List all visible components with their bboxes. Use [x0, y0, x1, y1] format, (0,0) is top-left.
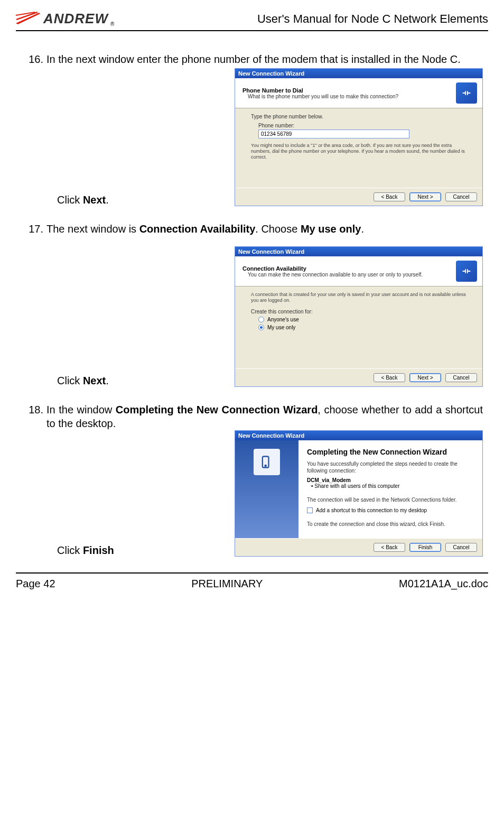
step-16-number: 16.	[26, 52, 43, 66]
wizard3-back-button[interactable]: < Back	[374, 543, 405, 552]
radio-anyone-label: Anyone's use	[267, 317, 299, 322]
wizard3-conn-name: DCM_via_Modem	[307, 477, 474, 483]
connection-icon	[456, 261, 477, 282]
wizard1-header-title: Phone Number to Dial	[242, 87, 451, 94]
footer-page: Page 42	[16, 578, 55, 590]
page-header: ANDREW ® User's Manual for Node C Networ…	[16, 11, 488, 31]
step-17-number: 17.	[26, 222, 43, 236]
wizard3-line3: To create the connection and close this …	[307, 521, 474, 528]
wizard1-hint: You might need to include a "1" or the a…	[251, 143, 466, 160]
wizard2-create-label: Create this connection for:	[251, 309, 466, 315]
radio-my-use-only[interactable]: My use only	[258, 325, 466, 330]
shortcut-checkbox-row[interactable]: Add a shortcut to this connection to my …	[307, 507, 474, 513]
footer-status: PRELIMINARY	[191, 578, 263, 590]
wizard3-finish-button[interactable]: Finish	[409, 543, 441, 552]
step-18-click: Click Finish	[57, 544, 114, 557]
connection-icon	[456, 82, 477, 104]
wizard1-back-button[interactable]: < Back	[374, 192, 405, 201]
footer-doc: M0121A1A_uc.doc	[399, 578, 488, 590]
wizard2-header-title: Connection Availability	[242, 265, 451, 272]
wizard-phone-number: New Connection Wizard Phone Number to Di…	[235, 68, 483, 206]
step-17-text: The next window is Connection Availabili…	[46, 222, 483, 236]
wizard3-line1: You have successfully completed the step…	[307, 460, 474, 474]
wizard2-back-button[interactable]: < Back	[374, 373, 405, 382]
radio-icon	[258, 317, 264, 322]
wizard2-cancel-button[interactable]: Cancel	[445, 373, 477, 382]
logo-text: ANDREW	[43, 11, 108, 27]
wizard3-line2: The connection will be saved in the Netw…	[307, 496, 474, 503]
document-title: User's Manual for Node C Network Element…	[257, 12, 488, 26]
wizard-connection-availability: New Connection Wizard Connection Availab…	[235, 246, 483, 387]
logo-stripes-icon	[16, 12, 41, 27]
logo-registered-icon: ®	[110, 21, 114, 27]
step-16-click: Click Next.	[57, 194, 109, 206]
step-18: 18. In the window Completing the New Con…	[26, 403, 483, 557]
wizard3-cancel-button[interactable]: Cancel	[445, 543, 477, 552]
wizard1-header-sub: What is the phone number you will use to…	[248, 94, 451, 99]
wizard2-titlebar: New Connection Wizard	[235, 247, 482, 256]
page-footer: Page 42 PRELIMINARY M0121A1A_uc.doc	[16, 572, 488, 590]
wizard3-complete-title: Completing the New Connection Wizard	[307, 448, 474, 456]
radio-checked-icon	[258, 325, 264, 330]
step-17: 17. The next window is Connection Availa…	[26, 222, 483, 387]
wizard2-body-text: A connection that is created for your us…	[251, 292, 466, 303]
wizard2-header-sub: You can make the new connection availabl…	[248, 272, 451, 278]
wizard-complete-icon	[254, 449, 280, 475]
step-16-text: In the next window enter the phone numbe…	[46, 52, 483, 66]
radio-anyone[interactable]: Anyone's use	[258, 317, 466, 322]
wizard1-body-label: Type the phone number below.	[251, 114, 466, 119]
wizard1-field-label: Phone number:	[258, 123, 466, 128]
wizard2-next-button[interactable]: Next >	[409, 373, 441, 382]
wizard1-next-button[interactable]: Next >	[409, 192, 441, 201]
wizard-completing: New Connection Wizard Completing the New…	[235, 430, 483, 557]
radio-myuse-label: My use only	[267, 325, 295, 330]
wizard1-cancel-button[interactable]: Cancel	[445, 192, 477, 201]
wizard3-side-panel	[235, 440, 298, 538]
wizard3-titlebar: New Connection Wizard	[235, 431, 482, 440]
step-18-text: In the window Completing the New Connect…	[46, 403, 483, 430]
checkbox-icon	[307, 507, 313, 513]
step-17-click: Click Next.	[57, 375, 109, 387]
wizard1-titlebar: New Connection Wizard	[235, 69, 482, 78]
svg-point-4	[265, 465, 266, 466]
step-16: 16. In the next window enter the phone n…	[26, 52, 483, 206]
logo: ANDREW ®	[16, 11, 114, 27]
step-18-number: 18.	[26, 403, 43, 430]
wizard3-bullet: • Share with all users of this computer	[311, 483, 474, 489]
shortcut-checkbox-label: Add a shortcut to this connection to my …	[316, 507, 427, 513]
phone-number-input[interactable]	[258, 130, 409, 138]
